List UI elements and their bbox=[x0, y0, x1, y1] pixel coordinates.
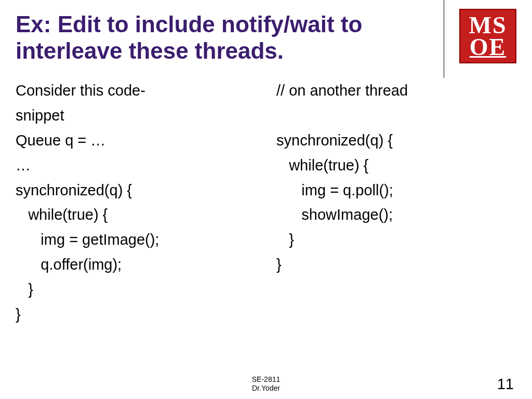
code-line: } bbox=[16, 277, 256, 302]
slide-title: Ex: Edit to include notify/wait to inter… bbox=[16, 11, 444, 64]
code-line: snippet bbox=[16, 103, 256, 128]
logo-text-bottom: OE bbox=[470, 36, 506, 58]
footer-course: SE-2811 bbox=[252, 375, 280, 384]
left-column: Consider this code- snippet Queue q = … … bbox=[16, 78, 256, 327]
code-line: Queue q = … bbox=[16, 128, 256, 153]
code-line: img = q.poll(); bbox=[276, 178, 516, 203]
code-line bbox=[276, 103, 516, 128]
footer-author: Dr.Yoder bbox=[252, 384, 280, 393]
code-line: // on another thread bbox=[276, 78, 516, 103]
code-line: Consider this code- bbox=[16, 78, 256, 103]
code-line: q.offer(img); bbox=[16, 252, 256, 277]
logo-divider bbox=[444, 0, 444, 78]
page-number: 11 bbox=[497, 376, 514, 393]
msoe-logo: MS OE bbox=[459, 9, 516, 63]
code-line: while(true) { bbox=[16, 203, 256, 228]
code-line: } bbox=[276, 252, 516, 277]
code-line: img = getImage(); bbox=[16, 228, 256, 252]
right-column: // on another thread synchronized(q) { w… bbox=[276, 78, 516, 327]
code-line: while(true) { bbox=[276, 153, 516, 178]
code-line: } bbox=[276, 228, 516, 252]
logo-area: MS OE bbox=[444, 11, 516, 63]
footer: SE-2811 Dr.Yoder bbox=[252, 375, 280, 393]
code-line: showImage(); bbox=[276, 203, 516, 228]
logo-text-top: MS bbox=[469, 15, 507, 36]
code-line: … bbox=[16, 153, 256, 178]
code-line: synchronized(q) { bbox=[276, 128, 516, 153]
code-line: synchronized(q) { bbox=[16, 178, 256, 203]
code-line: } bbox=[16, 302, 256, 327]
content-columns: Consider this code- snippet Queue q = … … bbox=[0, 64, 532, 327]
